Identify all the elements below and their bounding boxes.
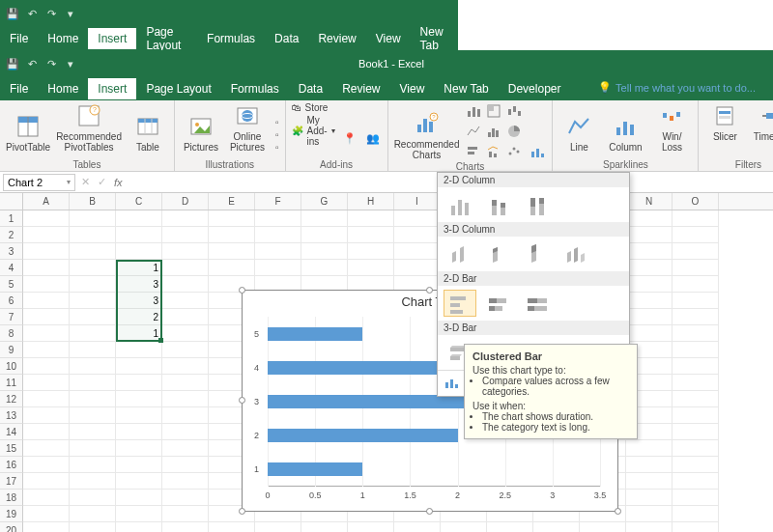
- cell-L20[interactable]: [533, 522, 580, 532]
- cell-N3[interactable]: [626, 243, 673, 260]
- chart-option-col-stacked[interactable]: [482, 191, 515, 218]
- cell-A2[interactable]: [23, 227, 70, 243]
- cell-F20[interactable]: [255, 522, 301, 532]
- cell-O16[interactable]: [673, 457, 719, 473]
- cell-O6[interactable]: [673, 293, 719, 309]
- cell-N2[interactable]: [626, 227, 673, 243]
- cell-D15[interactable]: [162, 440, 209, 457]
- chart-pie-dropdown[interactable]: [505, 123, 523, 140]
- cancel-formula-icon[interactable]: ✕: [81, 176, 90, 188]
- cell-A5[interactable]: [23, 276, 70, 293]
- cell-A20[interactable]: [23, 522, 70, 532]
- row-header-10[interactable]: 10: [0, 358, 23, 375]
- cell-O9[interactable]: [673, 342, 719, 358]
- timeline-button[interactable]: Timeline: [751, 102, 773, 142]
- people-graph-icon[interactable]: 👥: [364, 129, 382, 147]
- cell-N19[interactable]: [626, 506, 673, 522]
- cell-O8[interactable]: [673, 325, 719, 342]
- cell-C1[interactable]: [116, 210, 162, 227]
- cell-C20[interactable]: [116, 522, 162, 532]
- cell-B4[interactable]: [70, 260, 116, 276]
- cell-N4[interactable]: [626, 260, 673, 276]
- cell-N6[interactable]: [626, 293, 673, 309]
- cell-H3[interactable]: [348, 243, 394, 260]
- resize-handle-nw[interactable]: [239, 287, 245, 294]
- cell-B11[interactable]: [70, 375, 116, 391]
- row-header-1[interactable]: 1: [0, 210, 23, 227]
- spcol-button[interactable]: Column: [605, 113, 645, 153]
- col-header-O[interactable]: O: [673, 193, 719, 210]
- cell-O18[interactable]: [673, 490, 719, 506]
- cell-A14[interactable]: [23, 424, 70, 440]
- cell-F2[interactable]: [255, 227, 301, 243]
- cell-I1[interactable]: [394, 210, 441, 227]
- chart-column-dropdown[interactable]: [465, 102, 482, 120]
- cell-D6[interactable]: [162, 293, 209, 309]
- row-header-14[interactable]: 14: [0, 424, 23, 440]
- recpivot-button[interactable]: ?Recommended PivotTables: [56, 102, 122, 153]
- name-box[interactable]: Chart 2 ▾: [3, 174, 75, 191]
- pictures-button[interactable]: Pictures: [181, 113, 221, 153]
- menu-tab-insert[interactable]: Insert: [88, 78, 136, 99]
- row-header-15[interactable]: 15: [0, 440, 23, 457]
- cell-D14[interactable]: [162, 424, 209, 440]
- resize-handle-s[interactable]: [426, 508, 433, 515]
- spwl-button[interactable]: Win/ Loss: [651, 102, 692, 153]
- cell-H1[interactable]: [348, 210, 394, 227]
- redo-icon[interactable]: ↷: [44, 7, 58, 20]
- cell-K20[interactable]: [487, 522, 533, 532]
- smartart-button[interactable]: ▫: [275, 129, 279, 140]
- cell-C11[interactable]: [116, 375, 162, 391]
- tell-me-search[interactable]: 💡 Tell me what you want to do...: [590, 81, 763, 94]
- bing-maps-icon[interactable]: 📍: [341, 129, 358, 147]
- cell-A11[interactable]: [23, 375, 70, 391]
- col-header-C[interactable]: C: [116, 193, 162, 210]
- cell-F1[interactable]: [255, 210, 301, 227]
- chart-bar[interactable]: [268, 429, 458, 442]
- redo-icon[interactable]: ↷: [44, 57, 58, 70]
- cell-O5[interactable]: [673, 276, 719, 293]
- row-header-16[interactable]: 16: [0, 457, 23, 473]
- cell-C4[interactable]: 1: [116, 260, 162, 276]
- cell-B9[interactable]: [70, 342, 116, 358]
- cell-I2[interactable]: [394, 227, 441, 243]
- cell-D3[interactable]: [162, 243, 209, 260]
- menu-tab-view[interactable]: View: [366, 28, 411, 49]
- shapes-button[interactable]: ▫: [275, 117, 279, 127]
- cell-B7[interactable]: [70, 309, 116, 325]
- cell-D9[interactable]: [162, 342, 209, 358]
- cell-O12[interactable]: [673, 391, 719, 407]
- cell-N1[interactable]: [626, 210, 673, 227]
- col-header-B[interactable]: B: [70, 193, 116, 210]
- cell-G1[interactable]: [301, 210, 348, 227]
- cell-C5[interactable]: 3: [116, 276, 162, 293]
- fx-icon[interactable]: fx: [114, 177, 123, 188]
- spline-button[interactable]: Line: [558, 113, 599, 153]
- cell-I20[interactable]: [394, 522, 441, 532]
- cell-D10[interactable]: [162, 358, 209, 375]
- enter-formula-icon[interactable]: ✓: [98, 176, 106, 188]
- cell-B12[interactable]: [70, 391, 116, 407]
- save-icon[interactable]: 💾: [6, 57, 19, 70]
- cell-C8[interactable]: 1: [116, 325, 162, 342]
- menu-tab-developer[interactable]: Developer: [499, 78, 571, 99]
- cell-G4[interactable]: [301, 260, 348, 276]
- select-all-corner[interactable]: [0, 193, 23, 210]
- cell-B2[interactable]: [70, 227, 116, 243]
- cell-A19[interactable]: [23, 506, 70, 522]
- chart-hierarchy-dropdown[interactable]: [485, 102, 502, 120]
- cell-A10[interactable]: [23, 358, 70, 375]
- cell-J20[interactable]: [441, 522, 487, 532]
- cell-D4[interactable]: [162, 260, 209, 276]
- chart-option-3dcol-stacked[interactable]: [482, 240, 515, 267]
- menu-tab-pagelayout[interactable]: Page Layout: [136, 78, 220, 99]
- cell-B14[interactable]: [70, 424, 116, 440]
- col-header-F[interactable]: F: [255, 193, 301, 210]
- cell-B10[interactable]: [70, 358, 116, 375]
- menu-tab-file[interactable]: File: [0, 78, 38, 99]
- chart-waterfall-dropdown[interactable]: [505, 102, 523, 120]
- cell-A12[interactable]: [23, 391, 70, 407]
- menu-tab-file[interactable]: File: [0, 28, 38, 49]
- row-header-4[interactable]: 4: [0, 260, 23, 276]
- menu-tab-home[interactable]: Home: [38, 28, 88, 49]
